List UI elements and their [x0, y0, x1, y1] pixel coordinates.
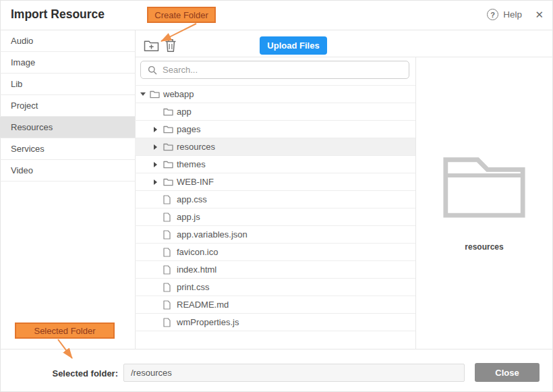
sidebar-item-label: Lib [11, 79, 22, 89]
tree-node-label: index.html [177, 264, 216, 275]
help-button[interactable]: ? Help [487, 9, 522, 20]
tree-node-label: webapp [163, 89, 194, 99]
tree-node-label: themes [177, 159, 206, 169]
file-icon [163, 195, 171, 204]
folder-icon [163, 125, 173, 134]
tree-node-label: app.variables.json [177, 229, 248, 240]
folder-icon [163, 178, 173, 186]
tree-node-label: pages [177, 124, 200, 134]
tree-row-themes[interactable]: themes [135, 156, 415, 173]
folder-icon [163, 161, 173, 169]
file-icon [163, 248, 171, 257]
tree-node-label: WEB-INF [177, 177, 214, 187]
close-button[interactable]: Close [475, 363, 540, 382]
help-label: Help [503, 9, 522, 20]
import-resource-dialog: Import Resource ? Help ✕ AudioImageLibPr… [0, 0, 553, 392]
file-tree: webappapppagesresourcesthemesWEB-INFapp.… [135, 85, 415, 331]
search-input[interactable] [161, 64, 409, 76]
sidebar-item-label: Audio [11, 36, 33, 46]
close-icon[interactable]: ✕ [535, 9, 544, 21]
toolbar-divider [135, 57, 553, 57]
caret-right-icon[interactable] [154, 162, 163, 167]
tree-row-app.css[interactable]: app.css [135, 191, 415, 208]
tree-node-label: app.js [177, 212, 200, 222]
dialog-title: Import Resource [11, 7, 105, 22]
tree-row-wmproperties.js[interactable]: wmProperties.js [135, 314, 415, 331]
annotation-create-folder: Create Folder [147, 7, 216, 23]
file-icon [163, 283, 171, 292]
tree-row-readme.md[interactable]: README.md [135, 296, 415, 314]
sidebar-item-label: Resources [11, 122, 53, 132]
help-icon: ? [487, 9, 498, 20]
folder-icon [150, 90, 160, 99]
sidebar-item-label: Services [11, 144, 45, 154]
selected-folder-input[interactable] [123, 364, 465, 382]
sidebar-item-audio[interactable]: Audio [0, 30, 135, 52]
sidebar-item-lib[interactable]: Lib [0, 74, 135, 95]
file-icon [163, 300, 171, 310]
tree-row-app[interactable]: app [135, 103, 415, 121]
tree-node-label: resources [177, 142, 215, 152]
tree-node-label: README.md [177, 300, 229, 310]
file-icon [163, 213, 171, 222]
caret-right-icon[interactable] [154, 127, 163, 132]
sidebar-item-label: Video [11, 165, 33, 175]
caret-down-icon[interactable] [140, 92, 150, 96]
tree-row-webapp[interactable]: webapp [135, 86, 415, 103]
preview-divider [415, 57, 416, 349]
trash-icon [165, 38, 177, 53]
tree-row-index.html[interactable]: index.html [135, 261, 415, 279]
tree-node-label: app.css [177, 194, 207, 204]
sidebar-item-image[interactable]: Image [0, 52, 135, 74]
caret-right-icon[interactable] [154, 179, 163, 185]
file-icon [163, 230, 171, 240]
tree-row-app.variables.json[interactable]: app.variables.json [135, 226, 415, 244]
tree-node-label: wmProperties.js [177, 317, 239, 327]
sidebar-item-label: Project [11, 101, 38, 111]
caret-right-icon[interactable] [154, 144, 163, 150]
sidebar-item-resources[interactable]: Resources [0, 117, 135, 138]
sidebar: AudioImageLibProjectResourcesServicesVid… [0, 30, 135, 181]
upload-files-button[interactable]: Upload Files [260, 36, 327, 55]
sidebar-item-label: Image [11, 57, 35, 67]
large-folder-icon [442, 154, 527, 222]
search-icon [148, 65, 157, 75]
sidebar-item-video[interactable]: Video [0, 160, 135, 181]
folder-plus-icon [144, 40, 159, 52]
tree-row-pages[interactable]: pages [135, 121, 415, 138]
tree-row-app.js[interactable]: app.js [135, 208, 415, 226]
tree-row-web-inf[interactable]: WEB-INF [135, 173, 415, 191]
folder-icon [163, 143, 173, 151]
tree-row-favicon.ico[interactable]: favicon.ico [135, 244, 415, 261]
tree-node-label: favicon.ico [177, 247, 218, 257]
delete-button[interactable] [165, 38, 177, 55]
tree-node-label: print.css [177, 282, 209, 292]
annotation-selected-folder: Selected Folder [15, 323, 115, 339]
folder-icon [163, 108, 173, 116]
sidebar-item-project[interactable]: Project [0, 95, 135, 117]
tree-node-label: app [177, 107, 192, 117]
file-icon [163, 265, 171, 275]
tree-row-resources[interactable]: resources [135, 138, 415, 156]
tree-row-print.css[interactable]: print.css [135, 279, 415, 296]
create-folder-button[interactable] [144, 40, 159, 55]
search-box [140, 61, 409, 79]
preview-folder-name: resources [415, 242, 553, 252]
file-icon [163, 318, 171, 327]
sidebar-item-services[interactable]: Services [0, 138, 135, 160]
selected-folder-label: Selected folder: [13, 368, 118, 379]
footer-divider [0, 349, 553, 349]
